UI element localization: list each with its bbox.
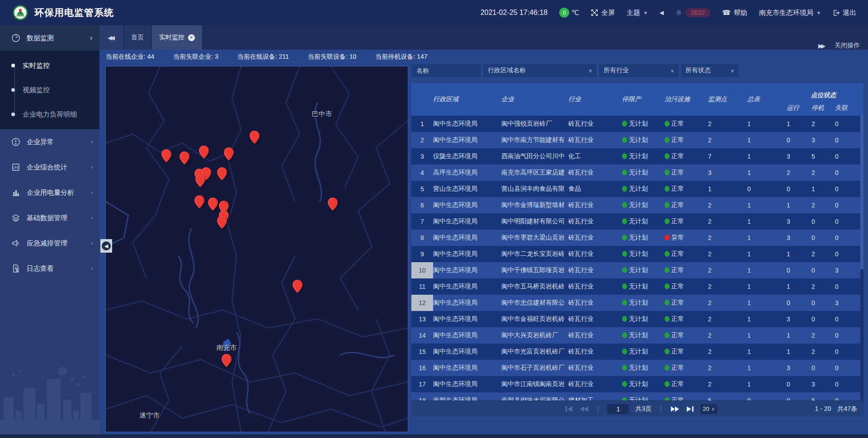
table-row[interactable]: 14阆中生态环境局阆中大兴页岩机砖厂砖瓦行业无计划正常21120 — [411, 327, 863, 344]
row-region-cell: 高坪生态环境局 — [433, 169, 501, 177]
temperature-unit: ℃ — [571, 9, 579, 17]
sidebar-group-item[interactable]: 企业异常‹ — [0, 129, 99, 155]
map-pin-icon[interactable] — [217, 167, 227, 180]
sidebar-group-item[interactable]: 数据监测∨ — [0, 25, 99, 51]
first-page-button[interactable] — [565, 406, 573, 412]
map-pin-icon[interactable] — [199, 146, 209, 159]
sidebar-item-link[interactable]: 企业电力负荷明细 — [0, 102, 99, 127]
page-number-input[interactable] — [607, 404, 629, 414]
table-row[interactable]: 11阆中生态环境局阆中市五马桥页岩机砖砖瓦行业无计划正常21120 — [411, 278, 863, 295]
map-pin-icon[interactable] — [208, 198, 218, 211]
row-points-cell: 2 — [708, 316, 747, 323]
row-points-cell: 2 — [708, 120, 747, 127]
tabs-scroll-right-icon[interactable]: ▶▶ — [817, 42, 824, 49]
name-input[interactable] — [416, 67, 476, 74]
table-row[interactable]: 8阆中生态环境局阆中市枣碧大梁山页岩砖瓦行业无计划异常21300 — [411, 230, 863, 246]
fullscreen-button[interactable]: 全屏 — [591, 9, 615, 17]
map-panel[interactable]: 巴中市南充市遂宁市 ◀ — [105, 66, 408, 432]
col-meter: 总表 — [747, 83, 787, 116]
row-industry-cell: 砖瓦行业 — [568, 331, 622, 339]
theme-button[interactable]: 主题▼ — [627, 9, 648, 17]
scrollbar-thumb[interactable] — [860, 116, 863, 269]
table-scrollbar[interactable] — [860, 116, 863, 400]
status-dot-green — [622, 121, 627, 127]
chevron-down-icon: ∨ — [731, 68, 734, 74]
sidebar-item-link[interactable]: 视频监控 — [0, 78, 99, 102]
last-page-button[interactable] — [686, 406, 694, 412]
status-dot-green — [622, 153, 627, 159]
tab-实时监控[interactable]: 实时监控✕ — [152, 25, 202, 50]
row-production-cell: 无计划 — [622, 315, 665, 323]
tab-首页[interactable]: 首页 — [124, 25, 151, 50]
sidebar-item-active[interactable]: 实时监控 — [0, 53, 99, 78]
status-filter-select[interactable]: 所有状态 ∨ — [680, 63, 739, 78]
table-row[interactable]: 12阆中生态环境局阆中市忠信建材有限公砖瓦行业无计划正常21003 — [411, 295, 863, 311]
table-row[interactable]: 1阆中生态环境局阆中强锐页岩砖厂砖瓦行业无计划正常21120 — [411, 116, 863, 132]
sidebar-group-item[interactable]: 应急减排管理‹ — [0, 231, 99, 256]
close-operations-button[interactable]: 关闭操作 — [835, 42, 860, 50]
logout-button[interactable]: 退出 — [833, 9, 856, 17]
industry-filter-select[interactable]: 所有行业 ∨ — [599, 63, 679, 78]
row-meter-cell: 1 — [747, 299, 787, 306]
map-pin-icon[interactable] — [328, 198, 338, 211]
table-row[interactable]: 7阆中生态环境局阆中明阳建材有限公司砖瓦行业无计划正常21300 — [411, 213, 863, 230]
prev-page-button[interactable] — [580, 406, 589, 412]
name-filter-input[interactable] — [411, 63, 481, 78]
table-row[interactable]: 5营山生态环境局营山县润丰肉食品有限食品无计划正常10010 — [411, 181, 863, 197]
table-row[interactable]: 9阆中生态环境局阆中市二龙长宝页岩砖砖瓦行业无计划正常21120 — [411, 246, 863, 262]
notification-button[interactable]: 2632 — [675, 8, 710, 17]
tabs-scroll-left-icon[interactable]: ◀◀ — [99, 25, 123, 50]
row-stop-cell: 2 — [811, 169, 835, 176]
org-menu-button[interactable]: 南充市生态环境局▼ — [759, 9, 821, 17]
stat-item: 当前停机设备: 147 — [375, 53, 427, 61]
next-page-button[interactable] — [670, 406, 679, 412]
help-button[interactable]: ☎ 帮助 — [722, 9, 747, 17]
table-row[interactable]: 2阆中生态环境局阆中市南方节能建材有砖瓦行业无计划正常21030 — [411, 132, 863, 148]
map-pin-icon[interactable] — [250, 131, 259, 144]
table-row[interactable]: 6阆中生态环境局阆中市金博瑞新型墙材砖瓦行业无计划正常21120 — [411, 197, 863, 213]
sidebar-group-item[interactable]: 日志查看‹ — [0, 256, 99, 281]
tab-close-icon[interactable]: ✕ — [188, 34, 195, 41]
status-dot-green — [622, 316, 627, 322]
tab-bar: ◀◀ 首页实时监控✕ ▶▶ 关闭操作 — [99, 25, 868, 50]
map-pin-icon[interactable] — [224, 147, 234, 160]
table-row[interactable]: 13阆中生态环境局阆中市金福旺页岩机砖砖瓦行业无计划正常21300 — [411, 311, 863, 327]
map-pin-icon[interactable] — [179, 151, 189, 165]
table-row[interactable]: 10阆中生态环境局阆中千佛镇五郎垭页岩砖瓦行业无计划正常21003 — [411, 262, 863, 278]
table-row[interactable]: 15阆中生态环境局阆中市光富页岩机砖厂砖瓦行业无计划正常21120 — [411, 344, 863, 360]
status-dot-green — [665, 202, 670, 208]
table-row[interactable]: 17阆中生态环境局阆中市江南镇阆南页岩砖瓦行业无计划正常21030 — [411, 376, 863, 392]
table-row[interactable]: 3仪陇生态环境局西南油气田分公司川中化工无计划正常71350 — [411, 148, 863, 165]
map-pin-icon[interactable] — [194, 195, 204, 208]
map-pin-icon[interactable] — [292, 280, 302, 293]
status-dot-green — [665, 267, 670, 273]
map-pin-icon[interactable] — [222, 354, 231, 367]
main-content: 当前在线企业: 44当前失联企业: 3当前在线设备: 211当前失联设备: 10… — [99, 50, 868, 435]
table-row[interactable]: 18南部生态环境局南部县砌块水泥有限公建材加工无计划正常50050 — [411, 392, 863, 400]
sidebar-group-item[interactable]: 企业综合统计‹ — [0, 155, 99, 180]
table-row[interactable]: 16阆中生态环境局阆中市石子页岩机砖厂砖瓦行业无计划正常21300 — [411, 360, 863, 376]
row-run-cell: 0 — [787, 267, 811, 274]
row-meter-cell: 1 — [747, 283, 787, 290]
logout-icon — [833, 9, 840, 16]
row-meter-cell: 1 — [747, 137, 787, 144]
row-meter-cell: 1 — [747, 364, 787, 372]
table-row[interactable]: 4高坪生态环境局南充市高坪区王家店建砖瓦行业无计划正常31220 — [411, 165, 863, 181]
row-number-cell: 14 — [411, 327, 433, 344]
row-number-cell: 3 — [411, 148, 433, 165]
sidebar-group-item[interactable]: 基础数据管理‹ — [0, 205, 99, 231]
row-number-cell: 13 — [411, 311, 433, 327]
row-points-cell: 2 — [708, 250, 747, 258]
sidebar-group-item[interactable]: 企业用电量分析‹ — [0, 180, 99, 205]
status-dot-green — [665, 397, 670, 400]
map-pin-icon[interactable] — [161, 149, 171, 162]
speaker-muted-icon[interactable]: ◀ — [660, 9, 664, 16]
map-pin-icon[interactable] — [217, 216, 227, 229]
row-stop-cell: 1 — [811, 185, 835, 193]
status-dot-red — [665, 235, 670, 240]
map-collapse-button[interactable]: ◀ — [100, 239, 112, 253]
page-size-select[interactable]: 20 ∨ — [700, 404, 717, 414]
region-filter-select[interactable]: 行政区域名称 ∨ — [483, 63, 597, 78]
status-dot-green — [622, 397, 627, 400]
map-pin-icon[interactable] — [195, 174, 205, 187]
